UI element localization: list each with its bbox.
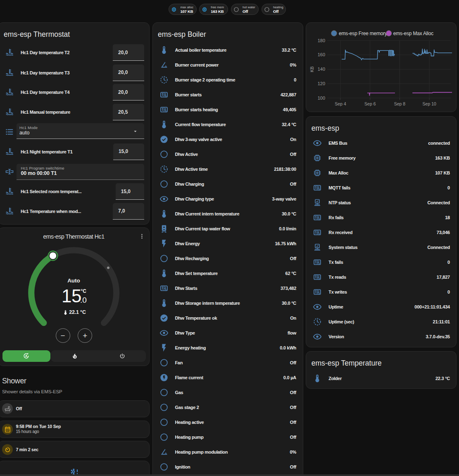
svg-text:Sep 8: Sep 8 <box>394 101 406 106</box>
svg-text:140: 140 <box>318 67 325 72</box>
svg-text:100: 100 <box>318 96 325 100</box>
svg-text:160: 160 <box>318 52 325 57</box>
svg-text:ems-esp Max Alloc: ems-esp Max Alloc <box>393 31 433 36</box>
svg-text:180: 180 <box>318 38 325 43</box>
svg-text:Sep 4: Sep 4 <box>335 101 347 106</box>
svg-text:KB: KB <box>309 66 314 72</box>
svg-text:120: 120 <box>318 81 325 86</box>
svg-text:Sep 6: Sep 6 <box>364 101 376 106</box>
svg-text:Sep 10: Sep 10 <box>423 101 436 106</box>
svg-text:ems-esp Free memory: ems-esp Free memory <box>339 31 387 36</box>
